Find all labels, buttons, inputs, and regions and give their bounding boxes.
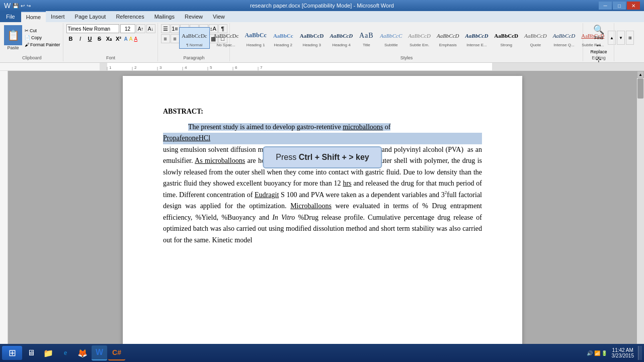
system-tray: 🔊 📶 🔋 xyxy=(587,350,608,356)
style-no-spacing[interactable]: AaBbCcDc No Spac... xyxy=(211,27,242,49)
align-center-button[interactable]: ≡ xyxy=(171,34,180,43)
font-name-input[interactable] xyxy=(66,24,119,33)
replace-button[interactable]: ↔ Replace xyxy=(591,41,607,54)
tab-home[interactable]: Home xyxy=(21,11,46,22)
style-intense-e[interactable]: AaBbCcD Intense E... xyxy=(463,27,491,49)
svg-text:2: 2 xyxy=(134,65,137,70)
highlight-button[interactable]: A xyxy=(129,36,133,42)
ribbon-tabs: File Home Insert Page Layout References … xyxy=(0,11,644,22)
copy-button[interactable]: 📄 Copy xyxy=(24,35,61,41)
styles-label: Styles xyxy=(400,55,413,60)
style-heading4[interactable]: AaBbCcD Heading 4 xyxy=(327,27,355,49)
style-intense-q[interactable]: AaBbCcD Intense Q... xyxy=(550,27,578,49)
shortcut-keys: Ctrl + Shift + > key xyxy=(299,153,369,161)
style-normal[interactable]: AaBbCcDc ¶ Normal xyxy=(179,27,210,49)
shrink-font-button[interactable]: A↓ xyxy=(146,24,155,33)
font-label: Font xyxy=(106,55,115,60)
find-button[interactable]: 🔍 Find xyxy=(593,24,604,40)
taskbar-right: 🔊 📶 🔋 11:42 AM 3/23/2015 xyxy=(587,346,642,360)
taskbar-app-word[interactable]: W xyxy=(92,345,107,360)
taskbar-icon-explorer[interactable]: 🖥 xyxy=(23,345,39,360)
ruler: 1 2 3 4 5 6 7 xyxy=(0,63,644,71)
taskbar-icon-folder[interactable]: 📁 xyxy=(40,345,56,360)
show-desktop-button[interactable] xyxy=(638,346,642,360)
doc-paragraph: The present study is aimed to develop ga… xyxy=(163,122,482,246)
tab-insert[interactable]: Insert xyxy=(46,11,70,22)
maximize-button[interactable]: □ xyxy=(613,2,626,10)
taskbar-icon-firefox[interactable]: 🦊 xyxy=(74,345,91,360)
in-vitro-text: In Vitro xyxy=(272,214,295,221)
eudragit-link2: Eudragit xyxy=(255,191,279,199)
tab-review[interactable]: Review xyxy=(180,11,208,22)
bullets-button[interactable]: ☰ xyxy=(161,24,170,33)
windows-taskbar: ⊞ 🖥 📁 e 🦊 W C# 🔊 📶 🔋 11:42 AM 3/23/2015 xyxy=(0,344,644,362)
subscript-button[interactable]: X₂ xyxy=(105,34,114,43)
tab-page-layout[interactable]: Page Layout xyxy=(70,11,111,22)
superscript-button[interactable]: X² xyxy=(114,34,123,43)
document-area: Press Ctrl + Shift + > key ABSTRACT: The… xyxy=(0,71,644,362)
scroll-up-button[interactable]: ▲ xyxy=(637,71,644,78)
style-subtle-em[interactable]: AaBbCcD Subtle Em. xyxy=(406,27,433,49)
quick-access-undo[interactable]: ↩ xyxy=(21,3,25,9)
style-emphasis[interactable]: AaBbCcD Emphasis xyxy=(434,27,462,49)
tab-mailings[interactable]: Mailings xyxy=(149,11,180,22)
italic-button[interactable]: I xyxy=(76,34,85,43)
taskbar-icon-ie[interactable]: e xyxy=(57,345,73,360)
doc-heading: ABSTRACT: xyxy=(163,106,482,117)
numbering-button[interactable]: 1≡ xyxy=(171,24,180,33)
style-heading2[interactable]: AaBbCc Heading 2 xyxy=(270,27,296,49)
grow-font-button[interactable]: A↑ xyxy=(136,24,145,33)
vertical-scrollbar[interactable]: ▲ ▼ xyxy=(637,71,644,362)
title-bar: W 💾 ↩ ↪ research paper.docx [Compatibili… xyxy=(0,0,644,11)
time-display: 11:42 AM xyxy=(612,347,634,353)
font-size-input[interactable] xyxy=(120,24,135,33)
svg-text:7: 7 xyxy=(260,65,263,70)
clock: 11:42 AM 3/23/2015 xyxy=(612,347,634,358)
text-effects-button[interactable]: A xyxy=(124,36,128,42)
title-bar-left: W 💾 ↩ ↪ xyxy=(4,2,31,10)
underline-button[interactable]: U xyxy=(86,34,95,43)
clipboard-group: 📋 Paste ✂ Cut 📄 Copy 🖌 Format Painter Cl… xyxy=(1,23,63,61)
shortcut-tooltip: Press Ctrl + Shift + > key xyxy=(263,146,382,168)
paste-button[interactable]: 📋 Paste xyxy=(3,24,23,51)
window-title: research paper.docx [Compatibility Mode]… xyxy=(250,3,394,9)
style-title[interactable]: AaB Title xyxy=(356,27,376,49)
tab-file[interactable]: File xyxy=(0,11,21,22)
scroll-thumb[interactable] xyxy=(637,78,643,99)
bold-button[interactable]: B xyxy=(66,34,75,43)
strikethrough-button[interactable]: S xyxy=(95,34,104,43)
title-bar-buttons: ─ □ ✕ xyxy=(599,2,640,10)
ribbon-content: 📋 Paste ✂ Cut 📄 Copy 🖌 Format Painter Cl… xyxy=(0,22,644,62)
microballoons-link: microballoons xyxy=(343,123,383,131)
word-icon: W xyxy=(4,2,11,10)
style-heading3[interactable]: AaBbCcD Heading 3 xyxy=(297,27,327,49)
style-subtitle[interactable]: AaBbCcC Subtitle xyxy=(377,27,405,49)
svg-text:1: 1 xyxy=(109,65,112,70)
clipboard-label: Clipboard xyxy=(22,55,42,60)
as-microballoons-link: As microballoons xyxy=(195,157,245,164)
styles-scroll-down[interactable]: ▼ xyxy=(617,31,625,45)
start-button[interactable]: ⊞ xyxy=(2,346,22,360)
style-strong[interactable]: AaBbCcD Strong xyxy=(492,27,521,49)
taskbar-app-cs[interactable]: C# xyxy=(108,345,125,360)
doc-scroll[interactable]: Press Ctrl + Shift + > key ABSTRACT: The… xyxy=(8,71,637,362)
microballoons-link2: Microballoons xyxy=(290,202,332,210)
minimize-button[interactable]: ─ xyxy=(599,2,612,10)
font-color-button[interactable]: A xyxy=(133,36,138,42)
styles-more[interactable]: ⊞ xyxy=(626,31,634,45)
svg-text:6: 6 xyxy=(235,65,237,70)
close-button[interactable]: ✕ xyxy=(627,2,640,10)
ribbon: File Home Insert Page Layout References … xyxy=(0,11,644,63)
cut-button[interactable]: ✂ Cut xyxy=(24,28,61,34)
align-left-button[interactable]: ≡ xyxy=(161,34,170,43)
svg-text:4: 4 xyxy=(185,65,187,70)
quick-access-redo[interactable]: ↪ xyxy=(27,3,31,9)
style-heading1[interactable]: AaBbCc Heading 1 xyxy=(242,27,269,49)
tab-references[interactable]: References xyxy=(111,11,149,22)
style-quote[interactable]: AaBbCcD Quote xyxy=(522,27,549,49)
font-content: A↑ A↓ B I U S X₂ X² A A A xyxy=(66,24,155,49)
cs-app-icon: C# xyxy=(112,348,121,356)
tab-view[interactable]: View xyxy=(208,11,230,22)
quick-access-save[interactable]: 💾 xyxy=(13,3,19,9)
format-painter-button[interactable]: 🖌 Format Painter xyxy=(24,42,61,48)
